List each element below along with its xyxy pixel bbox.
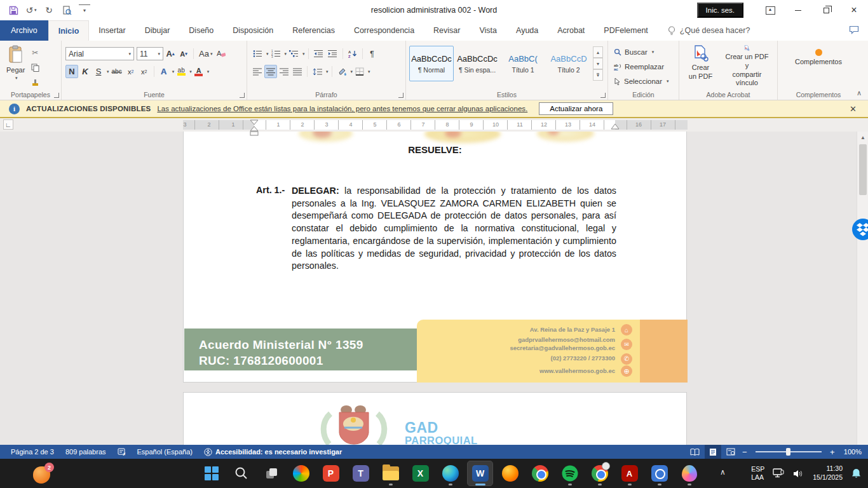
scrollbar-thumb[interactable] bbox=[859, 144, 867, 195]
style-heading1[interactable]: AaBbC( Título 1 bbox=[501, 46, 545, 81]
tab-inicio[interactable]: Inicio bbox=[48, 20, 90, 41]
zoom-in-icon[interactable]: + bbox=[828, 447, 837, 457]
web-layout-icon[interactable] bbox=[722, 445, 739, 459]
highlight-color-icon[interactable]: ab bbox=[175, 65, 187, 78]
text-effects-icon[interactable]: A bbox=[158, 65, 170, 78]
zoom-slider[interactable] bbox=[756, 451, 822, 452]
read-mode-icon[interactable] bbox=[687, 445, 703, 459]
repeat-icon[interactable]: ↻ bbox=[43, 4, 55, 16]
shading-dropdown-icon[interactable]: ▾ bbox=[351, 69, 353, 74]
numbered-dropdown-icon[interactable]: ▾ bbox=[285, 51, 287, 57]
teams-icon[interactable]: T bbox=[348, 461, 374, 486]
clear-formatting-icon[interactable]: A bbox=[215, 47, 227, 60]
start-button[interactable] bbox=[198, 461, 224, 486]
tab-insertar[interactable]: Insertar bbox=[89, 20, 135, 41]
tab-diseño[interactable]: Diseño bbox=[179, 20, 223, 41]
clipboard-dialog-launcher-icon[interactable] bbox=[54, 93, 59, 98]
notification-blob-icon[interactable]: 2 bbox=[31, 463, 56, 485]
styles-dialog-launcher-icon[interactable] bbox=[600, 93, 606, 98]
font-color-dropdown-icon[interactable]: ▾ bbox=[207, 69, 210, 74]
sign-in-button[interactable]: Inic. ses. bbox=[697, 3, 743, 18]
tab-vista[interactable]: Vista bbox=[470, 20, 506, 41]
dropbox-icon[interactable] bbox=[851, 218, 868, 241]
restore-button[interactable] bbox=[812, 0, 840, 20]
increase-indent-icon[interactable] bbox=[326, 47, 339, 60]
undo-dropdown-icon[interactable]: ▾ bbox=[34, 8, 37, 13]
tab-referencias[interactable]: Referencias bbox=[283, 20, 344, 41]
task-view-icon[interactable] bbox=[258, 461, 284, 486]
customize-qat-icon[interactable]: ▾ bbox=[79, 4, 90, 16]
save-icon[interactable] bbox=[8, 4, 19, 16]
multilevel-dropdown-icon[interactable]: ▾ bbox=[302, 51, 305, 57]
subscript-button[interactable]: x2 bbox=[125, 65, 137, 78]
tab-disposición[interactable]: Disposición bbox=[223, 20, 283, 41]
notification-bell-icon[interactable] bbox=[851, 468, 862, 479]
cut-icon[interactable]: ✂ bbox=[29, 46, 41, 59]
copy-icon[interactable] bbox=[29, 61, 41, 74]
style-heading2[interactable]: AaBbCcD Título 2 bbox=[546, 46, 591, 81]
paint-icon[interactable] bbox=[676, 461, 702, 486]
print-layout-icon[interactable] bbox=[705, 445, 721, 459]
right-indent-marker-icon[interactable] bbox=[611, 123, 620, 130]
find-button[interactable]: Buscar▾ bbox=[612, 45, 656, 58]
firefox-icon[interactable] bbox=[497, 461, 523, 486]
zoom-out-icon[interactable]: − bbox=[740, 447, 749, 457]
document-area[interactable]: RESUELVE: Art. 1.- DELEGAR: la responsab… bbox=[0, 132, 868, 445]
line-spacing-dropdown-icon[interactable]: ▾ bbox=[326, 69, 329, 74]
update-now-button[interactable]: Actualizar ahora bbox=[539, 102, 613, 115]
tab-acrobat[interactable]: Acrobat bbox=[548, 20, 594, 41]
word-taskbar-button[interactable]: W bbox=[467, 461, 493, 486]
collapse-ribbon-icon[interactable]: ∧ bbox=[857, 89, 862, 97]
tab-pdfelement[interactable]: PDFelement bbox=[594, 20, 657, 41]
strikethrough-button[interactable]: abc bbox=[110, 65, 124, 78]
file-explorer-icon[interactable] bbox=[377, 461, 403, 486]
create-share-pdf-button[interactable]: Crear un PDF ycompartir vínculo bbox=[719, 43, 775, 90]
print-preview-icon[interactable] bbox=[61, 4, 72, 16]
language-indicator[interactable]: Español (España) bbox=[132, 445, 198, 459]
notification-link[interactable]: Las actualizaciones de Office están list… bbox=[157, 105, 527, 112]
shrink-font-icon[interactable]: A▾ bbox=[177, 47, 190, 60]
change-case-icon[interactable]: Aa▾ bbox=[197, 47, 214, 60]
align-right-icon[interactable] bbox=[278, 65, 290, 78]
tray-expand-icon[interactable]: ∧ bbox=[720, 468, 726, 477]
tab-ayuda[interactable]: Ayuda bbox=[506, 20, 548, 41]
accessibility-status[interactable]: Accesibilidad: es necesario investigar bbox=[198, 445, 348, 459]
style-no-spacing[interactable]: AaBbCcDc ¶ Sin espa... bbox=[455, 46, 499, 81]
tab-revisar[interactable]: Revisar bbox=[424, 20, 470, 41]
close-button[interactable]: × bbox=[840, 0, 868, 20]
replace-button[interactable]: abac Reemplazar bbox=[612, 60, 666, 73]
styles-more-icon[interactable]: ▾ bbox=[593, 69, 603, 81]
bold-button[interactable]: N bbox=[65, 65, 78, 78]
scroll-up-icon[interactable]: ▲ bbox=[857, 132, 868, 143]
borders-icon[interactable] bbox=[353, 65, 366, 78]
italic-button[interactable]: K bbox=[79, 65, 92, 78]
line-spacing-icon[interactable] bbox=[311, 65, 324, 78]
paragraph-dialog-launcher-icon[interactable] bbox=[398, 93, 403, 98]
borders-dropdown-icon[interactable]: ▾ bbox=[368, 69, 370, 74]
highlight-dropdown-icon[interactable]: ▾ bbox=[189, 69, 192, 74]
clock[interactable]: 11:30 15/1/2025 bbox=[813, 464, 843, 482]
ribbon-display-options-icon[interactable]: ▴ bbox=[756, 0, 784, 20]
text-effects-dropdown-icon[interactable]: ▾ bbox=[172, 69, 175, 74]
minimize-button[interactable] bbox=[784, 0, 812, 20]
vertical-scrollbar[interactable]: ▲ bbox=[857, 132, 868, 445]
format-painter-icon[interactable] bbox=[29, 76, 41, 90]
styles-scroll-down-icon[interactable]: ▾ bbox=[593, 58, 603, 69]
superscript-button[interactable]: x2 bbox=[138, 65, 151, 78]
feedback-icon[interactable] bbox=[849, 25, 859, 37]
justify-icon[interactable] bbox=[291, 65, 304, 78]
styles-scroll-up-icon[interactable]: ▴ bbox=[593, 46, 603, 58]
pdfelement-icon[interactable]: P bbox=[318, 461, 344, 486]
indent-markers-icon[interactable] bbox=[250, 119, 259, 136]
chrome-icon[interactable] bbox=[527, 461, 553, 486]
grow-font-icon[interactable]: A▴ bbox=[164, 47, 177, 60]
tell-me-box[interactable]: ¿Qué desea hacer? bbox=[668, 20, 750, 41]
underline-dropdown-icon[interactable]: ▾ bbox=[107, 69, 109, 74]
word-count[interactable]: 809 palabras bbox=[60, 445, 112, 459]
font-size-combo[interactable]: 11▾ bbox=[137, 47, 163, 60]
numbered-list-icon[interactable]: 123 bbox=[269, 47, 283, 60]
tab-correspondencia[interactable]: Correspondencia bbox=[344, 20, 424, 41]
photos-icon[interactable] bbox=[646, 461, 672, 486]
excel-icon[interactable]: X bbox=[407, 461, 433, 486]
font-name-combo[interactable]: Arial▾ bbox=[65, 47, 134, 60]
